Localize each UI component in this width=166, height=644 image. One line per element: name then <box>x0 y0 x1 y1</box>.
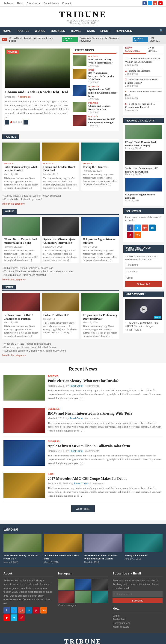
mc-link-4[interactable]: Obama and Leaders Reach Debt Deal <box>125 90 162 96</box>
sport-title-2[interactable]: Lisboa Triathlon 2015 <box>43 314 78 317</box>
footer-fb-icon[interactable]: f <box>3 607 10 614</box>
subscribe-button[interactable]: Subscribe <box>113 598 163 603</box>
politics-title-1[interactable]: Putin election victory: What next for Ru… <box>4 166 38 172</box>
footer-gp-icon[interactable]: g+ <box>18 607 25 614</box>
sport-title-3[interactable]: Preparations for Preliminary Draw underw… <box>83 314 117 320</box>
video-link-1[interactable]: The Quiet City: Winter in Paris <box>125 321 162 324</box>
world-title-1[interactable]: US and North Korea to hold nuclear talks… <box>4 238 38 245</box>
featured-comments[interactable]: 4 comments <box>18 96 30 98</box>
latest-title-5[interactable]: Benfica crowned 2014/15 Champions of Por… <box>88 118 116 124</box>
tab-most-commented[interactable]: MOST COMMENTED <box>123 46 146 54</box>
world-more-link[interactable]: More in this category » <box>2 278 26 281</box>
latest-title-1[interactable]: Putin election victory: What next for Ru… <box>88 58 116 64</box>
footer-tw-icon[interactable]: t <box>11 607 17 614</box>
nav-travel[interactable]: TRAVEL <box>68 27 84 35</box>
world-title-3[interactable]: U.S. presses Afghanistan on militants <box>83 238 117 245</box>
sport-more-link[interactable]: More in this category » <box>2 354 26 357</box>
facebook-icon[interactable]: f <box>143 1 147 5</box>
newsletter-firstname[interactable] <box>125 262 162 268</box>
footer-li-icon[interactable]: in <box>26 607 32 614</box>
sport-title-1[interactable]: Benfica crowned 2014/15 Champions of Por… <box>4 314 38 320</box>
insta-thumb-2[interactable] <box>75 579 91 590</box>
footer-pn-icon[interactable]: 📌 <box>18 614 25 621</box>
meta-link-2[interactable]: Entries feed <box>113 618 163 621</box>
mc-link-2[interactable]: Testing the Elements <box>129 69 150 72</box>
dot-2[interactable] <box>13 121 15 123</box>
editorial-card-title-4[interactable]: Testing the Elements <box>125 554 163 557</box>
recent-title-1[interactable]: Putin election victory: What next for Ru… <box>48 378 163 384</box>
youtube-icon[interactable]: ▶ <box>159 1 163 5</box>
play-button[interactable]: ▶ <box>140 306 147 313</box>
search-button[interactable]: 🔍 <box>157 27 166 35</box>
insta-thumb-5[interactable] <box>75 591 91 603</box>
older-posts-button[interactable]: Older posts <box>71 506 95 512</box>
follow-google[interactable]: g+ <box>142 224 148 231</box>
featured-title[interactable]: Obama and Leaders Reach Debt Deal <box>4 90 70 95</box>
recent-comments-2[interactable]: 6 comments <box>85 417 99 420</box>
latest-title-3[interactable]: Apple to invest $850 million in Californ… <box>88 88 116 98</box>
world-title-2[interactable]: Syria crisis: Obama rejects US military … <box>43 238 78 245</box>
insta-thumb-1[interactable] <box>58 579 74 590</box>
meta-link-4[interactable]: WordPress.org <box>113 625 163 628</box>
fc-title-2[interactable]: Syria crisis: Obama rejects US military … <box>125 166 162 173</box>
dot-1[interactable] <box>10 121 12 123</box>
slider-prev[interactable]: ‹ <box>4 120 9 124</box>
nav-cars[interactable]: CARS <box>84 27 98 35</box>
recent-author-2[interactable]: Pavel Curiel <box>69 417 83 420</box>
footer-yt-icon[interactable]: ▶ <box>3 614 10 621</box>
nav-politics[interactable]: POLITICS <box>14 27 32 35</box>
google-plus-icon[interactable]: g <box>153 1 157 5</box>
latest-title-4[interactable]: Obama and Leaders Reach Debt Deal <box>88 104 116 111</box>
recent-comments-3[interactable]: 3 comments <box>85 450 99 452</box>
topbar-about[interactable]: About <box>16 2 23 4</box>
tab-most-shared[interactable]: MOST SHARED <box>146 46 164 54</box>
video-link-2[interactable]: UEFA Champions League <box>125 324 162 328</box>
politics-title-2[interactable]: Obama and Leaders Reach Debt Deal <box>43 166 78 172</box>
follow-pinterest[interactable]: p <box>127 232 134 238</box>
topbar-submit[interactable]: Submit News <box>44 2 59 4</box>
footer-rss-icon[interactable]: rss <box>40 607 47 614</box>
nav-business[interactable]: BUSINESS <box>48 27 68 35</box>
topbar-archives[interactable]: Archives <box>3 2 13 4</box>
nav-world[interactable]: WORLD <box>32 27 48 35</box>
politics-title-3[interactable]: Testing the Elements <box>83 166 117 169</box>
meta-link-3[interactable]: Comments feed <box>113 621 163 625</box>
follow-linkedin[interactable]: in <box>149 224 156 231</box>
newsletter-lastname[interactable] <box>125 268 162 274</box>
recent-comments-1[interactable]: 4 comments <box>85 384 99 387</box>
video-link-3[interactable]: iPad + Velcro <box>125 328 162 332</box>
topbar-dropdown[interactable]: Dropdown ▾ <box>26 2 40 4</box>
twitter-icon[interactable]: t <box>148 1 152 5</box>
instagram-view-link[interactable]: View on Instagram <box>58 604 108 606</box>
politics-more-link[interactable]: More in this category » <box>2 202 26 205</box>
recent-title-3[interactable]: Apple to invest $850 million in Californ… <box>48 444 163 448</box>
recent-title-4[interactable]: 2017 Mercedes-AMG C63 Coupe Makes Its De… <box>48 476 163 481</box>
nav-templates[interactable]: TEMPLATES <box>113 27 135 35</box>
dot-5[interactable] <box>20 121 22 123</box>
newsletter-email[interactable] <box>125 275 162 280</box>
editorial-card-title-3[interactable]: Amsterdam on Foot: Where to Walk in the … <box>84 554 122 560</box>
latest-title-2[interactable]: BMW and Nissan Interested in Partnering … <box>88 71 116 81</box>
fc-title-1[interactable]: US and North Korea to hold nuclear talks… <box>125 140 162 147</box>
mc-link-1[interactable]: Amsterdam on Foot: Where to Walk in the … <box>125 57 160 63</box>
slider-next[interactable]: › <box>23 120 28 124</box>
topbar-contact[interactable]: Contact <box>62 2 71 4</box>
mc-link-3[interactable]: Putin election victory: What next for Ru… <box>125 78 158 84</box>
follow-rss[interactable]: rss <box>134 232 141 238</box>
mc-link-5[interactable]: Benfica crowned 2014/15 Champions of Por… <box>125 102 155 108</box>
footer-vm-icon[interactable]: v <box>11 614 17 621</box>
meta-link-1[interactable]: Log in <box>113 614 163 618</box>
recent-author-3[interactable]: Pavel Curiel <box>69 450 83 452</box>
follow-twitter[interactable]: t <box>134 224 141 231</box>
fc-title-3[interactable]: U.S. presses Afghanistan on militants <box>125 193 162 200</box>
recent-title-2[interactable]: BMW and Nissan Interested in Partnering … <box>48 411 163 416</box>
subscribe-email[interactable] <box>113 591 163 597</box>
dot-3[interactable] <box>15 121 17 123</box>
insta-thumb-4[interactable] <box>58 591 74 603</box>
footer-pi-icon[interactable]: p <box>33 607 39 614</box>
insta-thumb-3[interactable] <box>92 579 108 590</box>
newsletter-submit[interactable]: Subscribe! <box>125 281 162 287</box>
editorial-card-title-1[interactable]: Putin election victory: What next for Ru… <box>3 554 41 560</box>
recent-comments-4[interactable]: 6 comments <box>90 482 104 485</box>
dot-4[interactable] <box>18 121 20 123</box>
